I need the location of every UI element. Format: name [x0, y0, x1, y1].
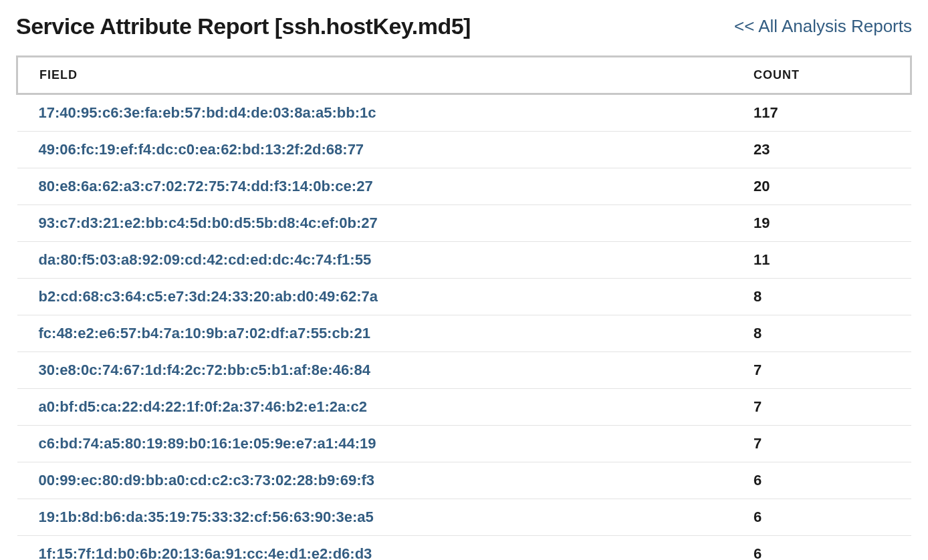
- field-cell: da:80:f5:03:a8:92:09:cd:42:cd:ed:dc:4c:7…: [17, 242, 733, 279]
- field-cell: 00:99:ec:80:d9:bb:a0:cd:c2:c3:73:02:28:b…: [17, 462, 733, 499]
- field-link[interactable]: 93:c7:d3:21:e2:bb:c4:5d:b0:d5:5b:d8:4c:e…: [39, 215, 378, 231]
- field-link[interactable]: fc:48:e2:e6:57:b4:7a:10:9b:a7:02:df:a7:5…: [39, 325, 370, 341]
- table-header: FIELD COUNT: [17, 57, 911, 94]
- count-cell: 8: [732, 315, 911, 352]
- field-cell: c6:bd:74:a5:80:19:89:b0:16:1e:05:9e:e7:a…: [17, 426, 733, 462]
- field-cell: 93:c7:d3:21:e2:bb:c4:5d:b0:d5:5b:d8:4c:e…: [17, 205, 733, 242]
- table-row: a0:bf:d5:ca:22:d4:22:1f:0f:2a:37:46:b2:e…: [17, 389, 911, 426]
- all-reports-link[interactable]: << All Analysis Reports: [734, 16, 912, 37]
- count-cell: 6: [732, 462, 911, 499]
- table-row: 1f:15:7f:1d:b0:6b:20:13:6a:91:cc:4e:d1:e…: [17, 536, 911, 561]
- report-table: FIELD COUNT 17:40:95:c6:3e:fa:eb:57:bd:d…: [16, 55, 912, 560]
- field-link[interactable]: b2:cd:68:c3:64:c5:e7:3d:24:33:20:ab:d0:4…: [39, 288, 378, 305]
- count-cell: 117: [732, 94, 911, 132]
- count-cell: 7: [732, 426, 911, 462]
- count-cell: 11: [732, 242, 911, 279]
- count-cell: 20: [732, 168, 911, 205]
- column-header-count: COUNT: [732, 57, 911, 94]
- count-cell: 6: [732, 536, 911, 561]
- field-link[interactable]: 00:99:ec:80:d9:bb:a0:cd:c2:c3:73:02:28:b…: [39, 472, 375, 488]
- report-header: Service Attribute Report [ssh.hostKey.md…: [16, 13, 912, 39]
- column-header-field: FIELD: [17, 57, 733, 94]
- field-cell: 49:06:fc:19:ef:f4:dc:c0:ea:62:bd:13:2f:2…: [17, 132, 733, 168]
- table-row: 17:40:95:c6:3e:fa:eb:57:bd:d4:de:03:8a:a…: [17, 94, 911, 132]
- table-row: da:80:f5:03:a8:92:09:cd:42:cd:ed:dc:4c:7…: [17, 242, 911, 279]
- table-row: fc:48:e2:e6:57:b4:7a:10:9b:a7:02:df:a7:5…: [17, 315, 911, 352]
- field-link[interactable]: c6:bd:74:a5:80:19:89:b0:16:1e:05:9e:e7:a…: [39, 435, 376, 452]
- field-link[interactable]: 17:40:95:c6:3e:fa:eb:57:bd:d4:de:03:8a:a…: [39, 104, 376, 121]
- table-body: 17:40:95:c6:3e:fa:eb:57:bd:d4:de:03:8a:a…: [17, 94, 911, 561]
- table-row: 30:e8:0c:74:67:1d:f4:2c:72:bb:c5:b1:af:8…: [17, 352, 911, 389]
- table-row: 00:99:ec:80:d9:bb:a0:cd:c2:c3:73:02:28:b…: [17, 462, 911, 499]
- field-link[interactable]: da:80:f5:03:a8:92:09:cd:42:cd:ed:dc:4c:7…: [39, 251, 372, 268]
- field-cell: 30:e8:0c:74:67:1d:f4:2c:72:bb:c5:b1:af:8…: [17, 352, 733, 389]
- table-row: 49:06:fc:19:ef:f4:dc:c0:ea:62:bd:13:2f:2…: [17, 132, 911, 168]
- field-cell: 19:1b:8d:b6:da:35:19:75:33:32:cf:56:63:9…: [17, 499, 733, 536]
- count-cell: 8: [732, 279, 911, 315]
- table-row: 19:1b:8d:b6:da:35:19:75:33:32:cf:56:63:9…: [17, 499, 911, 536]
- count-cell: 7: [732, 389, 911, 426]
- field-link[interactable]: a0:bf:d5:ca:22:d4:22:1f:0f:2a:37:46:b2:e…: [39, 398, 368, 415]
- count-cell: 6: [732, 499, 911, 536]
- field-link[interactable]: 19:1b:8d:b6:da:35:19:75:33:32:cf:56:63:9…: [39, 509, 374, 525]
- field-link[interactable]: 49:06:fc:19:ef:f4:dc:c0:ea:62:bd:13:2f:2…: [39, 141, 364, 158]
- field-cell: b2:cd:68:c3:64:c5:e7:3d:24:33:20:ab:d0:4…: [17, 279, 733, 315]
- table-row: c6:bd:74:a5:80:19:89:b0:16:1e:05:9e:e7:a…: [17, 426, 911, 462]
- field-cell: fc:48:e2:e6:57:b4:7a:10:9b:a7:02:df:a7:5…: [17, 315, 733, 352]
- field-cell: 1f:15:7f:1d:b0:6b:20:13:6a:91:cc:4e:d1:e…: [17, 536, 733, 561]
- field-link[interactable]: 1f:15:7f:1d:b0:6b:20:13:6a:91:cc:4e:d1:e…: [39, 545, 372, 560]
- page-title: Service Attribute Report [ssh.hostKey.md…: [16, 13, 471, 39]
- count-cell: 23: [732, 132, 911, 168]
- table-row: 80:e8:6a:62:a3:c7:02:72:75:74:dd:f3:14:0…: [17, 168, 911, 205]
- count-cell: 7: [732, 352, 911, 389]
- field-cell: 17:40:95:c6:3e:fa:eb:57:bd:d4:de:03:8a:a…: [17, 94, 733, 132]
- table-row: b2:cd:68:c3:64:c5:e7:3d:24:33:20:ab:d0:4…: [17, 279, 911, 315]
- field-cell: 80:e8:6a:62:a3:c7:02:72:75:74:dd:f3:14:0…: [17, 168, 733, 205]
- field-link[interactable]: 80:e8:6a:62:a3:c7:02:72:75:74:dd:f3:14:0…: [39, 178, 373, 194]
- table-row: 93:c7:d3:21:e2:bb:c4:5d:b0:d5:5b:d8:4c:e…: [17, 205, 911, 242]
- field-cell: a0:bf:d5:ca:22:d4:22:1f:0f:2a:37:46:b2:e…: [17, 389, 733, 426]
- count-cell: 19: [732, 205, 911, 242]
- field-link[interactable]: 30:e8:0c:74:67:1d:f4:2c:72:bb:c5:b1:af:8…: [39, 362, 370, 378]
